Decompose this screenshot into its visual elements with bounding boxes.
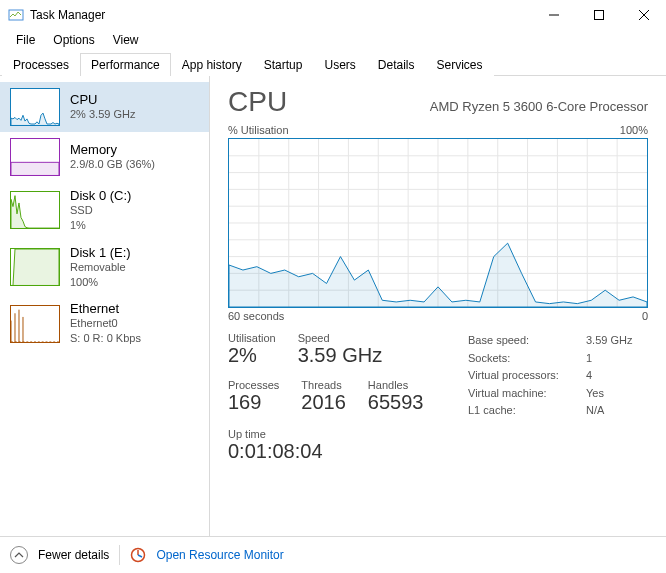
sidebar-memory-label: Memory [70,142,155,157]
tab-app-history[interactable]: App history [171,53,253,76]
menu-file[interactable]: File [8,31,43,49]
stat-handles-label: Handles [368,379,424,391]
resource-monitor-icon [130,547,146,563]
rstat-l1-v: N/A [586,402,604,420]
memory-mini-chart [10,138,60,176]
sidebar-item-cpu[interactable]: CPU 2% 3.59 GHz [0,82,209,132]
chart-label-bottomleft: 60 seconds [228,310,284,322]
rstat-vproc-k: Virtual processors: [468,367,578,385]
maximize-button[interactable] [576,0,621,30]
chart-label-topright: 100% [620,124,648,136]
main-area: CPU 2% 3.59 GHz Memory 2.9/8.0 GB (36%) … [0,76,666,536]
open-resource-monitor-link[interactable]: Open Resource Monitor [156,548,283,562]
tab-details[interactable]: Details [367,53,426,76]
rstat-vm-v: Yes [586,385,604,403]
sidebar-item-disk0[interactable]: Disk 0 (C:) SSD 1% [0,182,209,239]
chart-label-bottomright: 0 [642,310,648,322]
sidebar-ethernet-label: Ethernet [70,301,141,316]
right-stats: Base speed:3.59 GHz Sockets:1 Virtual pr… [468,332,632,475]
stat-speed: 3.59 GHz [298,344,382,367]
stat-uptime: 0:01:08:04 [228,440,323,463]
stat-processes-label: Processes [228,379,279,391]
sidebar-disk1-label: Disk 1 (E:) [70,245,131,260]
app-icon [8,7,24,23]
stat-processes: 169 [228,391,279,414]
sidebar-disk0-label: Disk 0 (C:) [70,188,131,203]
detail-pane: CPU AMD Ryzen 5 3600 6-Core Processor % … [210,76,666,536]
menu-options[interactable]: Options [45,31,102,49]
ethernet-mini-chart [10,305,60,343]
rstat-vm-k: Virtual machine: [468,385,578,403]
menu-bar: File Options View [0,30,666,50]
sidebar-item-memory[interactable]: Memory 2.9/8.0 GB (36%) [0,132,209,182]
sidebar-memory-sub: 2.9/8.0 GB (36%) [70,157,155,172]
disk1-mini-chart [10,248,60,286]
stat-speed-label: Speed [298,332,382,344]
detail-subtitle: AMD Ryzen 5 3600 6-Core Processor [430,99,648,114]
sidebar-cpu-label: CPU [70,92,135,107]
cpu-mini-chart [10,88,60,126]
svg-line-34 [138,555,142,557]
tab-processes[interactable]: Processes [2,53,80,76]
tab-bar: Processes Performance App history Startu… [0,52,666,76]
rstat-sockets-k: Sockets: [468,350,578,368]
rstat-sockets-v: 1 [586,350,592,368]
tab-users[interactable]: Users [313,53,366,76]
rstat-vproc-v: 4 [586,367,592,385]
sidebar: CPU 2% 3.59 GHz Memory 2.9/8.0 GB (36%) … [0,76,210,536]
title-bar: Task Manager [0,0,666,30]
sidebar-cpu-sub: 2% 3.59 GHz [70,107,135,122]
sidebar-item-disk1[interactable]: Disk 1 (E:) Removable 100% [0,239,209,296]
tab-performance[interactable]: Performance [80,53,171,76]
rstat-l1-k: L1 cache: [468,402,578,420]
footer: Fewer details Open Resource Monitor [0,536,666,572]
sidebar-item-ethernet[interactable]: Ethernet Ethernet0 S: 0 R: 0 Kbps [0,295,209,352]
window-title: Task Manager [30,8,105,22]
fewer-details-link[interactable]: Fewer details [38,548,109,562]
stat-handles: 65593 [368,391,424,414]
stat-uptime-label: Up time [228,428,323,440]
cpu-chart[interactable] [228,138,648,308]
stat-utilisation-label: Utilisation [228,332,276,344]
rstat-base-speed-v: 3.59 GHz [586,332,632,350]
tab-startup[interactable]: Startup [253,53,314,76]
sidebar-disk0-sub: SSD 1% [70,203,131,233]
stat-utilisation: 2% [228,344,276,367]
minimize-button[interactable] [531,0,576,30]
detail-title: CPU [228,86,287,118]
sidebar-disk1-sub: Removable 100% [70,260,131,290]
sidebar-ethernet-sub: Ethernet0 S: 0 R: 0 Kbps [70,316,141,346]
menu-view[interactable]: View [105,31,147,49]
chart-label-topleft: % Utilisation [228,124,289,136]
disk0-mini-chart [10,191,60,229]
stat-threads: 2016 [301,391,346,414]
rstat-base-speed-k: Base speed: [468,332,578,350]
svg-rect-2 [594,11,603,20]
stat-threads-label: Threads [301,379,346,391]
chevron-up-icon[interactable] [10,546,28,564]
divider [119,545,120,565]
close-button[interactable] [621,0,666,30]
tab-services[interactable]: Services [426,53,494,76]
